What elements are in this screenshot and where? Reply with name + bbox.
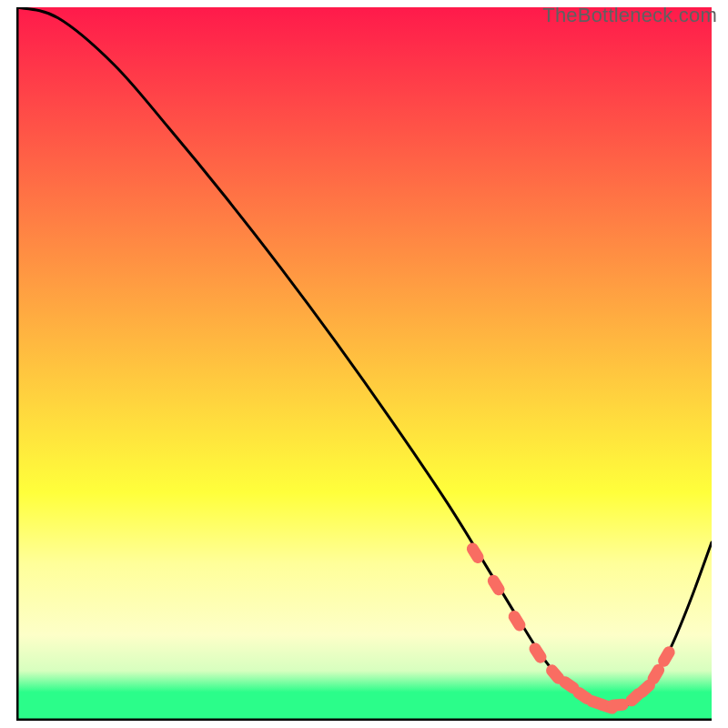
bottleneck-chart xyxy=(16,7,712,721)
chart-background xyxy=(16,7,712,721)
chart-svg xyxy=(16,7,712,721)
watermark-text: TheBottleneck.com xyxy=(542,4,717,27)
